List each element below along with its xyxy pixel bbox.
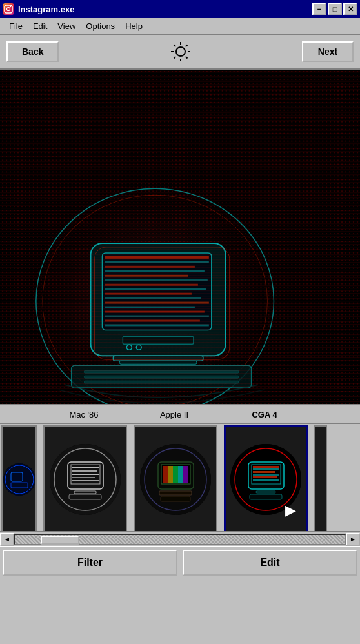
edit-button[interactable]: Edit — [183, 550, 357, 576]
svg-rect-68 — [168, 466, 173, 483]
main-image-area — [0, 70, 360, 405]
svg-rect-46 — [1, 70, 359, 404]
menu-options[interactable]: Options — [81, 20, 120, 32]
svg-rect-81 — [253, 474, 279, 476]
svg-rect-78 — [253, 466, 279, 468]
title-bar-left: Instagram.exe — [3, 3, 74, 15]
svg-rect-48 — [3, 463, 35, 496]
filmstrip-labels: Mac '86 Apple II CGA 4 — [0, 405, 360, 423]
svg-rect-58 — [72, 474, 99, 475]
title-bar-buttons: − □ ✕ — [312, 3, 357, 15]
svg-rect-52 — [50, 444, 121, 515]
scroll-thumb[interactable] — [41, 536, 79, 545]
filmstrip-label-apple2: Apple II — [129, 405, 219, 423]
svg-rect-71 — [183, 466, 188, 483]
svg-rect-73 — [161, 496, 190, 501]
scroll-track[interactable] — [14, 534, 346, 545]
svg-rect-60 — [72, 480, 99, 481]
minimize-button[interactable]: − — [312, 3, 326, 15]
svg-rect-56 — [72, 467, 99, 468]
title-bar: Instagram.exe − □ ✕ — [0, 0, 360, 18]
scroll-left-button[interactable]: ◄ — [0, 533, 14, 546]
filmstrip-item-first[interactable] — [1, 425, 37, 532]
svg-line-11 — [174, 57, 175, 59]
scroll-right-button[interactable]: ► — [346, 533, 360, 546]
filter-button[interactable]: Filter — [3, 550, 177, 576]
instagram-icon — [3, 3, 14, 15]
svg-rect-67 — [163, 466, 168, 483]
svg-rect-82 — [253, 476, 277, 478]
svg-point-1 — [7, 8, 10, 11]
back-button[interactable]: Back — [6, 41, 59, 62]
svg-line-8 — [174, 45, 175, 47]
menu-file[interactable]: File — [4, 20, 28, 32]
svg-point-2 — [10, 6, 12, 8]
svg-line-10 — [185, 45, 187, 47]
svg-rect-80 — [253, 471, 275, 473]
menu-view[interactable]: View — [52, 20, 81, 32]
svg-rect-0 — [5, 5, 12, 13]
svg-rect-59 — [72, 477, 95, 478]
filmstrip-scroll: ▶ — [0, 423, 360, 532]
svg-rect-70 — [178, 466, 183, 483]
next-button[interactable]: Next — [302, 41, 354, 62]
menu-edit[interactable]: Edit — [28, 20, 52, 32]
filmstrip-item-cga4[interactable]: ▶ — [224, 425, 308, 532]
svg-rect-69 — [173, 466, 178, 483]
svg-rect-83 — [253, 479, 279, 481]
svg-point-3 — [176, 47, 185, 56]
maximize-button[interactable]: □ — [328, 3, 342, 15]
filmstrip-label-cga4: CGA 4 — [219, 405, 310, 423]
filmstrip-item-apple2[interactable] — [134, 425, 217, 532]
filmstrip-label-mac86: Mac '86 — [39, 405, 129, 423]
toolbar: Back Next — [0, 35, 360, 70]
window-title: Instagram.exe — [18, 5, 74, 14]
bottom-bar: Filter Edit — [0, 546, 360, 578]
scrollbar: ◄ ► — [0, 532, 360, 546]
svg-rect-57 — [72, 470, 97, 472]
menu-bar: File Edit View Options Help — [0, 18, 360, 35]
svg-rect-79 — [253, 468, 279, 470]
svg-rect-72 — [159, 491, 192, 495]
close-button[interactable]: ✕ — [343, 3, 357, 15]
svg-line-9 — [185, 57, 187, 59]
menu-help[interactable]: Help — [120, 20, 148, 32]
filmstrip-item-next[interactable] — [314, 425, 327, 532]
svg-rect-85 — [250, 494, 282, 499]
brightness-icon[interactable] — [170, 41, 192, 63]
filmstrip-item-mac86[interactable] — [43, 425, 127, 532]
